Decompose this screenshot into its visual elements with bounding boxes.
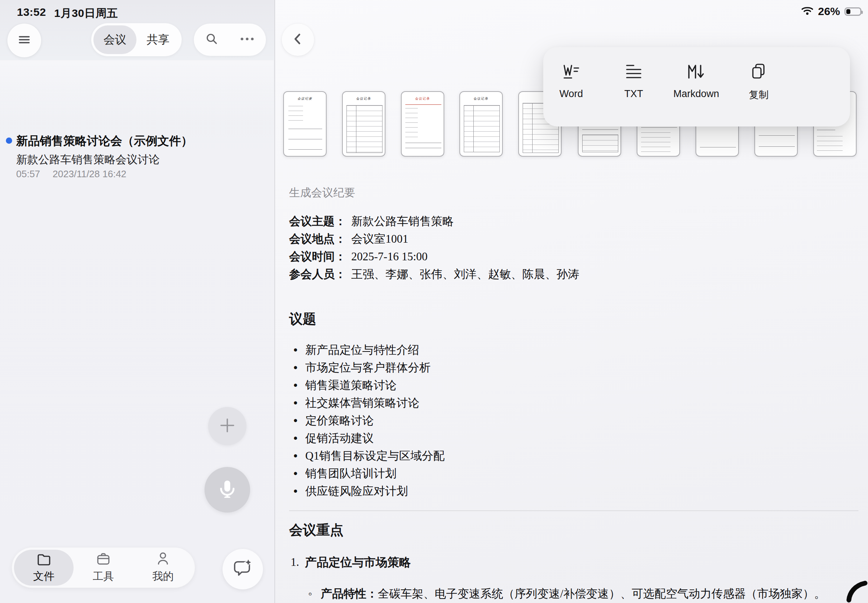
page-thumbnail[interactable]: 会议记录 [342,91,385,157]
agenda-item: 促销活动建议 [289,430,859,447]
tab-shared[interactable]: 共享 [136,25,179,54]
highlight-sub-bullet: 产品特性： 全碳车架、电子变速系统（序列变速/补偿变速）、可选配空气动力传感器（… [289,585,859,602]
thumbnail-sketch [405,148,441,148]
toolbox-icon [95,552,111,568]
export-word-button[interactable]: Word [542,62,600,100]
battery-icon [845,7,861,16]
agenda-list: 新产品定位与特性介绍 市场定位与客户群体分析 销售渠道策略讨论 社交媒体营销策略… [289,341,859,500]
add-button[interactable] [208,407,246,445]
hamburger-icon [17,32,32,48]
export-txt-label: TXT [625,88,643,100]
tab-files-label: 文件 [33,569,54,584]
thumbnail-title: 会议纪要 [289,97,322,101]
meeting-share-segmented-control: 会议 共享 [91,23,182,56]
thumbnail-sketch [582,130,618,130]
agenda-item: 新产品定位与特性介绍 [289,341,859,359]
highlight-title: 产品定位与市场策略 [305,554,411,571]
chevron-left-icon [291,32,305,48]
section-divider [289,510,859,511]
tab-files[interactable]: 文件 [14,550,74,586]
meta-label: 会议时间： [289,248,346,266]
meta-row-topic: 会议主题： 新款公路车销售策略 [289,212,859,230]
tab-mine[interactable]: 我的 [133,550,193,586]
thumbnail-sketch [464,105,500,152]
thumbnail-sketch [405,108,418,138]
meta-label: 参会人员： [289,266,346,283]
corner-stroke-decoration [844,580,868,603]
sidebar: 13:52 1月30日周五 会议 共享 新品销售 [0,0,274,603]
hamburger-menu-button[interactable] [7,23,41,57]
page-thumbnail[interactable]: 会议记录 [460,91,503,157]
thumbnail-sketch [288,139,322,139]
sub-bullet-label: 产品特性： [321,585,378,602]
meta-value: 新款公路车销售策略 [351,212,454,230]
page-thumbnail[interactable]: 会议记录 [401,91,444,157]
status-bar-left: 13:52 1月30日周五 [17,6,118,21]
agenda-item: Q1销售目标设定与区域分配 [289,447,859,465]
agenda-item: 社交媒体营销策略讨论 [289,394,859,412]
thumbnail-sketch [405,104,441,105]
tab-mine-label: 我的 [152,569,173,584]
chat-sparkle-icon [232,558,253,580]
thumbnail-sketch [347,105,382,153]
meta-label: 会议主题： [289,212,346,230]
battery-fill [846,9,850,14]
tab-tools[interactable]: 工具 [74,550,133,586]
export-markdown-label: Markdown [673,88,719,100]
thumbnail-title: 会议记录 [407,97,439,101]
thumbnail-title: 会议记录 [465,97,498,101]
highlight-item-1: 1. 产品定位与市场策略 [289,554,859,571]
thumbnail-sketch [405,143,441,143]
search-icon[interactable] [205,32,219,48]
export-word-label: Word [559,88,583,100]
record-button[interactable] [204,467,250,513]
note-subtitle: 新款公路车销售策略会议讨论 [16,152,159,167]
app-screen: 13:52 1月30日周五 会议 共享 新品销售 [0,0,868,603]
agenda-item: 市场定位与客户群体分析 [289,359,859,377]
person-icon [155,552,171,568]
back-button[interactable] [282,23,314,56]
highlights-heading: 会议重点 [289,522,859,538]
bottom-tab-bar: 文件 工具 我的 [12,548,195,588]
thumbnail-title: 会议记录 [348,97,380,101]
thumbnail-sketch [288,129,322,129]
status-bar-right: 26% [801,5,861,18]
meta-row-time: 会议时间： 2025-7-16 15:00 [289,248,859,266]
copy-label: 复制 [749,88,769,102]
meeting-minutes-document: 生成会议纪要 会议主题： 新款公路车销售策略 会议地点： 会议室1001 会议时… [289,186,859,602]
ai-chat-button[interactable] [223,549,263,589]
export-txt-button[interactable]: TXT [604,62,663,100]
meeting-meta: 会议主题： 新款公路车销售策略 会议地点： 会议室1001 会议时间： 2025… [289,212,859,283]
thumbnail-sketch [288,149,322,150]
word-icon [561,62,581,82]
note-meta: 05:57 2023/11/28 16:42 [16,169,127,180]
tab-meetings[interactable]: 会议 [93,25,136,54]
status-date: 1月30日周五 [54,6,118,21]
search-more-pill [194,23,266,56]
copy-icon [749,62,769,82]
thumbnail-sketch [759,135,795,136]
note-list-item[interactable]: 新品销售策略讨论会（示例文件） 新款公路车销售策略会议讨论 05:57 2023… [0,60,274,129]
note-title: 新品销售策略讨论会（示例文件） [16,133,193,149]
microphone-icon [216,478,239,502]
meta-value: 2025-7-16 15:00 [351,248,428,266]
wifi-icon [801,6,814,17]
meta-label: 会议地点： [289,230,346,248]
unread-dot [6,138,12,144]
meta-row-attendees: 参会人员： 王强、李娜、张伟、刘洋、赵敏、陈晨、孙涛 [289,266,859,283]
tab-shared-label: 共享 [147,32,170,48]
sidebar-divider [274,0,275,603]
thumbnail-sketch [700,147,736,147]
export-markdown-button[interactable]: Markdown [667,62,726,100]
thumbnail-sketch [817,130,835,130]
battery-percent: 26% [818,5,840,18]
note-duration: 05:57 [16,169,40,180]
markdown-icon [686,62,706,82]
agenda-item: 供应链风险应对计划 [289,482,859,500]
more-options-icon[interactable] [240,36,255,43]
page-thumbnail[interactable]: 会议纪要 [283,91,326,157]
tab-tools-label: 工具 [93,569,114,584]
copy-button[interactable]: 复制 [729,62,788,102]
agenda-item: 定价策略讨论 [289,412,859,430]
thumbnail-sketch [288,106,303,125]
